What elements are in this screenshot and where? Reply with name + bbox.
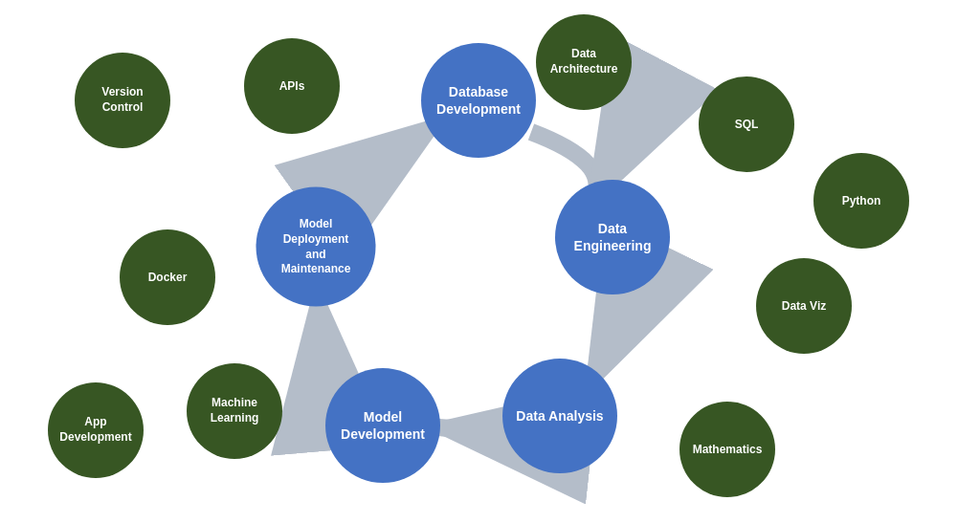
circle-data-viz: Data Viz xyxy=(756,258,852,354)
circle-data-engineering: Data Engineering xyxy=(555,180,670,294)
circle-version-control: Version Control xyxy=(75,53,170,148)
circle-sql: SQL xyxy=(699,76,794,172)
circle-apis: APIs xyxy=(244,38,340,134)
diagram-container: Database Development Data Engineering Da… xyxy=(0,0,980,523)
circle-data-architecture: Data Architecture xyxy=(536,14,632,110)
circle-docker: Docker xyxy=(120,229,215,325)
circle-data-analysis: Data Analysis xyxy=(502,359,617,473)
circle-database-development: Database Development xyxy=(421,43,536,158)
circle-model-development: Model Development xyxy=(325,368,440,483)
circle-machine-learning: Machine Learning xyxy=(187,363,282,459)
circle-app-development: App Development xyxy=(48,382,144,478)
circle-python: Python xyxy=(813,153,909,249)
circle-model-deployment: Model Deployment and Maintenance xyxy=(256,187,376,307)
circle-mathematics: Mathematics xyxy=(679,402,775,497)
